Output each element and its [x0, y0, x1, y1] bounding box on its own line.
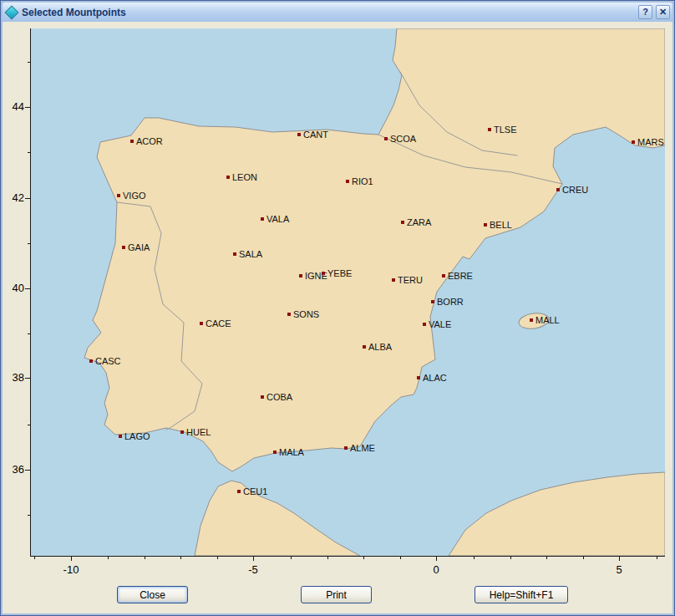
close-button[interactable]: Close — [117, 586, 188, 603]
station-label: HUEL — [186, 427, 211, 437]
window-title: Selected Mountpoints — [22, 7, 635, 18]
station-label: SCOA — [390, 134, 416, 144]
station-cace: CACE — [200, 318, 231, 328]
station-gaia: GAIA — [122, 242, 150, 252]
station-marker-icon — [632, 140, 635, 144]
station-marker-icon — [322, 272, 325, 275]
x-minor-tick — [657, 557, 657, 559]
station-huel: HUEL — [180, 427, 211, 437]
station-coba: COBA — [261, 392, 292, 402]
y-tick-label: 38 — [4, 371, 24, 384]
station-label: TLSE — [494, 125, 517, 135]
help-button[interactable]: Help=Shift+F1 — [475, 586, 568, 603]
station-label: GAIA — [128, 242, 150, 252]
station-marker-icon — [423, 323, 426, 326]
station-label: LEON — [232, 172, 257, 182]
x-minor-tick — [583, 557, 584, 559]
station-marker-icon — [89, 359, 93, 363]
station-label: BORR — [437, 297, 464, 307]
station-marker-icon — [417, 376, 420, 379]
x-major-tick — [619, 557, 620, 561]
y-minor-tick — [28, 243, 30, 244]
station-leon: LEON — [226, 172, 257, 182]
y-minor-tick — [28, 333, 30, 334]
station-label: MARS — [637, 137, 664, 147]
station-label: CANT — [303, 130, 328, 140]
x-tick-label: -10 — [54, 563, 88, 576]
x-major-tick — [436, 557, 437, 561]
station-alme: ALME — [344, 443, 375, 453]
y-minor-tick — [28, 62, 30, 63]
station-scoa: SCOA — [384, 134, 416, 144]
x-major-tick — [253, 557, 254, 561]
y-major-tick — [25, 378, 30, 379]
titlebar[interactable]: Selected Mountpoints ? ✕ — [3, 3, 672, 22]
y-tick-label: 36 — [4, 463, 24, 476]
station-marker-icon — [556, 188, 560, 191]
selected-mountpoints-window: Selected Mountpoints ? ✕ ACORCANT — [0, 0, 675, 616]
x-minor-tick — [291, 557, 292, 559]
station-sons: SONS — [287, 309, 319, 319]
station-label: LAGO — [124, 431, 150, 441]
print-button[interactable]: Print — [301, 586, 372, 603]
station-zara: ZARA — [401, 217, 431, 227]
close-titlebar-button[interactable]: ✕ — [656, 5, 670, 19]
station-marker-icon — [431, 300, 434, 303]
station-vala: VALA — [261, 214, 289, 224]
station-label: MALL — [535, 315, 560, 325]
station-ebre: EBRE — [442, 271, 473, 281]
station-borr: BORR — [431, 297, 464, 307]
station-casc: CASC — [89, 356, 121, 366]
station-yebe: YEBE — [322, 268, 352, 278]
dialog-content: ACORCANTSCOATLSEMARSLEONRIO1CREUVIGOVALA… — [3, 22, 672, 613]
station-marker-icon — [530, 318, 533, 322]
station-label: ZARA — [407, 217, 431, 227]
station-label: EBRE — [448, 271, 473, 281]
station-label: CEU1 — [243, 486, 267, 496]
stations-layer: ACORCANTSCOATLSEMARSLEONRIO1CREUVIGOVALA… — [31, 28, 665, 556]
y-minor-tick — [28, 152, 30, 153]
station-sala: SALA — [233, 249, 262, 259]
station-alba: ALBA — [363, 342, 392, 352]
station-label: BELL — [490, 220, 512, 230]
x-minor-tick — [363, 557, 364, 559]
x-tick-label: 0 — [419, 563, 453, 576]
station-tlse: TLSE — [488, 125, 517, 135]
x-minor-tick — [180, 557, 181, 559]
station-label: VIGO — [123, 191, 146, 201]
station-marker-icon — [363, 345, 366, 349]
y-major-tick — [25, 107, 30, 108]
station-teru: TERU — [392, 275, 423, 285]
station-alac: ALAC — [417, 373, 447, 383]
station-label: ALBA — [368, 342, 392, 352]
station-label: VALE — [429, 319, 451, 329]
station-marker-icon — [130, 140, 134, 143]
station-label: RIO1 — [352, 176, 373, 186]
help-titlebar-button[interactable]: ? — [638, 5, 652, 19]
station-label: ALAC — [423, 373, 447, 383]
station-label: COBA — [266, 392, 292, 402]
station-mars: MARS — [632, 137, 664, 147]
y-tick-label: 44 — [4, 100, 24, 113]
station-label: CREU — [562, 185, 588, 195]
y-major-tick — [25, 288, 30, 289]
station-acor: ACOR — [130, 136, 163, 146]
station-creu: CREU — [556, 185, 588, 195]
y-tick-label: 40 — [4, 282, 24, 294]
station-label: CASC — [95, 356, 121, 366]
station-bell: BELL — [484, 220, 512, 230]
x-minor-tick — [34, 557, 35, 559]
station-label: MALA — [279, 447, 304, 457]
station-marker-icon — [488, 128, 491, 131]
station-label: YEBE — [327, 268, 352, 278]
plot-area[interactable]: ACORCANTSCOATLSEMARSLEONRIO1CREUVIGOVALA… — [30, 28, 665, 557]
station-marker-icon — [384, 137, 388, 140]
station-marker-icon — [287, 313, 291, 316]
station-label: ACOR — [136, 136, 163, 146]
x-minor-tick — [327, 557, 328, 559]
station-mall: MALL — [530, 315, 560, 325]
x-tick-label: -5 — [236, 563, 270, 576]
y-major-tick — [25, 470, 30, 471]
station-marker-icon — [119, 435, 122, 438]
station-label: SONS — [293, 309, 319, 319]
